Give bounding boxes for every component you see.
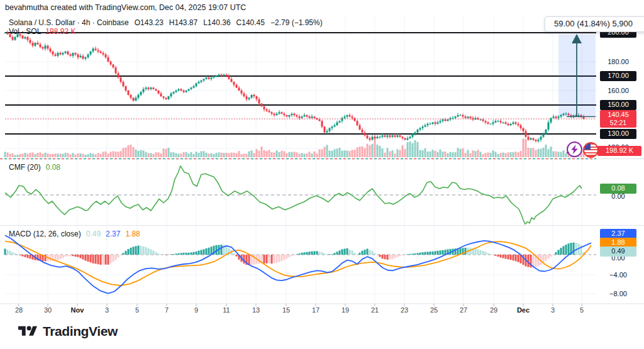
macd-signal-value: 1.88 (125, 230, 140, 238)
boost-lightning-icon: ✦ (567, 141, 582, 157)
time-label: 29 (490, 306, 497, 314)
time-label: Nov (71, 306, 84, 314)
cmf-legend: CMF (20) 0.08 (9, 163, 60, 172)
time-label: 3 (105, 306, 109, 314)
time-label: 7 (165, 306, 169, 314)
macd-label: MACD (12, 26, close) (9, 230, 81, 238)
flag-canton (584, 143, 591, 150)
ohlc-change: −2.79 (−1.95%) (270, 18, 323, 27)
candles (4, 31, 585, 143)
price-chip: 0.08 (600, 184, 636, 194)
chart-canvas (0, 0, 644, 349)
time-label: 21 (371, 306, 379, 314)
price-chip: 170.00 (600, 71, 636, 81)
time-label: 25 (430, 306, 438, 314)
ohlc-open: O143.23 (135, 18, 164, 27)
tradingview-logo-text[interactable]: TradingView (43, 324, 118, 339)
macd-line-value: 2.37 (106, 230, 120, 238)
time-label: 28 (15, 306, 23, 314)
ohlc-close: C140.45 (236, 18, 265, 27)
tradingview-snapshot: bevahmutha created with TradingView.com,… (0, 0, 644, 349)
cmf-value: 0.08 (46, 163, 60, 172)
price-chip: 150.00 (600, 100, 636, 110)
time-label: 13 (252, 306, 260, 314)
time-label: 5 (580, 306, 584, 314)
ohlc-high: H143.87 (169, 18, 197, 27)
measure-tooltip: 59.00 (41.84%) 5,900 (545, 16, 644, 32)
time-label: 23 (401, 306, 408, 314)
time-label: 11 (223, 306, 230, 314)
us-flag-icon (583, 142, 599, 158)
macd-legend: MACD (12, 26, close) 0.49 2.37 1.88 (9, 230, 140, 238)
time-label: 15 (282, 306, 290, 314)
price-label: 160.00 (600, 87, 636, 94)
symbol-title: Solana / U.S. Dollar · 4h · Coinbase (9, 18, 129, 27)
macd-histogram (4, 243, 585, 268)
time-label: 3 (551, 306, 555, 314)
price-label: −4.00 (600, 271, 636, 279)
time-label: 27 (460, 306, 467, 314)
cmf-label: CMF (20) (9, 163, 41, 172)
volume-legend: Vol · SOL 198.92 K (9, 27, 75, 36)
time-label: 30 (44, 306, 52, 314)
countdown-timer: 52:21 (600, 119, 636, 126)
time-label: 19 (341, 306, 349, 314)
price-chip: 0.49 (600, 247, 636, 257)
footer: TradingView (18, 324, 118, 339)
price-chip: 130.00 (600, 129, 636, 139)
volume-bars (4, 136, 585, 157)
ohlc-low: L140.36 (203, 18, 230, 27)
volume-label: Vol · SOL (9, 27, 41, 36)
price-label: −8.00 (600, 290, 636, 297)
macd-hist-value: 0.49 (86, 230, 101, 238)
macd-signal-line (5, 241, 591, 285)
time-label: 5 (135, 306, 139, 314)
volume-value: 198.92 K (45, 27, 75, 36)
tradingview-logo-icon (18, 324, 37, 339)
price-label: 180.00 (600, 58, 636, 65)
price-chip: 140.4552:21 (600, 110, 636, 128)
time-label: 17 (312, 306, 319, 314)
symbol-legend: Solana / U.S. Dollar · 4h · Coinbase O14… (9, 18, 323, 27)
time-label: Dec (517, 306, 530, 314)
sparkle-icon: ✦ (565, 150, 570, 156)
price-chip: 198.92 K (597, 146, 641, 156)
macd-line (5, 235, 591, 293)
time-label: 9 (194, 306, 198, 314)
